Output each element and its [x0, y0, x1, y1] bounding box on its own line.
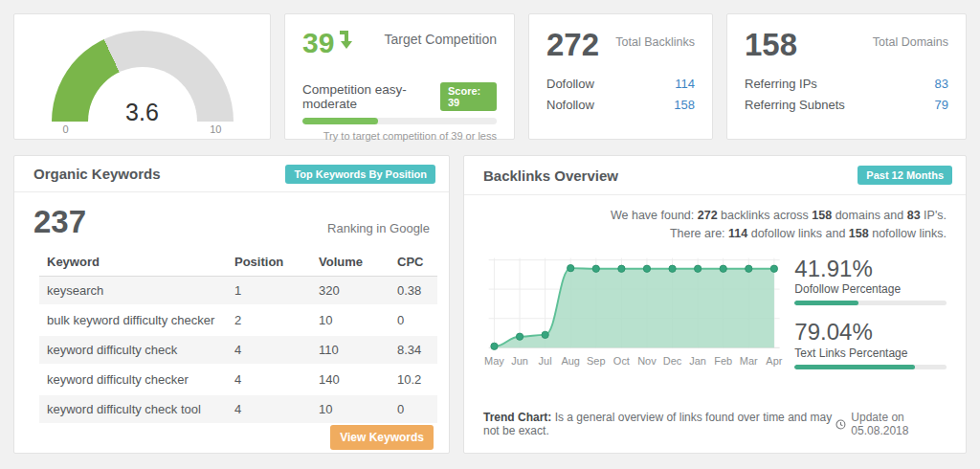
percent-value: 41.91% — [794, 256, 947, 282]
referring-subnets-row: Referring Subnets 79 — [745, 95, 948, 115]
data-point[interactable] — [695, 265, 702, 272]
referring-ips-row: Referring IPs 83 — [745, 74, 948, 94]
data-point[interactable] — [618, 265, 625, 272]
total-backlinks-card: 272 Total Backlinks Dofollow 114 Nofollo… — [528, 13, 713, 140]
x-axis-label: Mar — [740, 354, 758, 366]
percent-value: 79.04% — [794, 319, 947, 346]
total-domains-header: 158 Total Domains — [745, 28, 948, 62]
keyword-table-row[interactable]: keyword difficulty check41108.34 — [39, 335, 437, 365]
keyword-table-cell: 0 — [390, 305, 437, 335]
gauge-min-label: 0 — [63, 123, 69, 135]
total-backlinks-value: 272 — [546, 28, 599, 62]
keyword-table-row[interactable]: keyword difficulty checker414010.2 — [39, 365, 437, 394]
percent-label: Dofollow Percentage — [794, 282, 947, 296]
backlinks-overview-footer: Trend Chart: Is a general overview of li… — [464, 411, 966, 453]
backlinks-summary: We have found: 272 backlinks across 158 … — [464, 195, 966, 244]
nofollow-row: Nofollow 158 — [546, 95, 695, 115]
difficulty-gauge: 3.6 — [52, 31, 234, 123]
referring-subnets-label: Referring Subnets — [745, 95, 845, 115]
data-point[interactable] — [568, 264, 574, 271]
trend-chart-note: Trend Chart: Is a general overview of li… — [483, 411, 835, 437]
nofollow-label: Nofollow — [546, 95, 594, 115]
nofollow-value-link[interactable]: 158 — [674, 95, 695, 115]
update-date-text: Update on 05.08.2018 — [851, 411, 947, 437]
total-domains-value: 158 — [745, 28, 797, 62]
keyword-table-cell: 10 — [311, 394, 390, 424]
data-point[interactable] — [770, 265, 777, 272]
keyword-table-cell: 10.2 — [390, 365, 437, 394]
col-position: Position — [227, 248, 311, 277]
keyword-table-cell: bulk keyword difficulty checker — [39, 305, 227, 335]
x-axis-label: Jun — [511, 354, 528, 366]
percent-bar-fill — [794, 301, 858, 305]
data-point[interactable] — [592, 265, 599, 272]
referring-subnets-value-link[interactable]: 79 — [935, 95, 948, 115]
keyword-table-row[interactable]: keysearch13200.38 — [39, 277, 437, 306]
backlinks-chart-row: MayJunJulAugSepOctNovDecJanFebMarApr 41.… — [464, 244, 966, 383]
data-point[interactable] — [542, 331, 548, 338]
keyword-table-row[interactable]: bulk keyword difficulty checker2100 — [39, 305, 437, 335]
seo-dashboard: 3.6 0 10 39 Target Competition Com — [0, 0, 980, 469]
top-stats-row: 3.6 0 10 39 Target Competition Com — [13, 13, 967, 140]
keywords-table-head: Keyword Position Volume CPC — [39, 248, 437, 277]
keyword-table-cell: 140 — [311, 365, 390, 394]
data-point[interactable] — [720, 265, 726, 272]
x-axis-label: Jan — [689, 354, 706, 366]
keyword-table-cell: 10 — [311, 305, 390, 335]
clock-icon — [835, 418, 846, 431]
keyword-table-cell: 0.38 — [390, 277, 437, 306]
x-axis-label: Jul — [539, 354, 552, 366]
keyword-count: 237 — [33, 204, 86, 240]
past-12-months-badge[interactable]: Past 12 Months — [858, 166, 952, 185]
x-axis-label: Aug — [561, 354, 580, 366]
update-date: Update on 05.08.2018 — [835, 411, 947, 437]
backlinks-summary-line1: We have found: 272 backlinks across 158 … — [483, 207, 947, 225]
keywords-tbody: keysearch13200.38bulk keyword difficulty… — [39, 277, 437, 425]
data-point[interactable] — [746, 265, 752, 272]
competition-score: 39 — [302, 29, 354, 57]
dofollow-label: Dofollow — [546, 74, 594, 94]
organic-keywords-panel: Organic Keywords Top Keywords By Positio… — [13, 155, 450, 454]
competition-level-row: Competition easy-moderate Score: 39 — [302, 82, 497, 111]
backlinks-overview-header: Backlinks Overview Past 12 Months — [464, 156, 966, 195]
keyword-table-cell: keysearch — [39, 277, 227, 306]
summary-segment: 83 — [907, 209, 921, 222]
summary-segment: domains and — [832, 209, 907, 222]
summary-segment: backlinks across — [718, 209, 813, 222]
x-axis-label: Dec — [663, 354, 682, 366]
competition-progress-fill — [302, 118, 378, 124]
data-point[interactable] — [669, 265, 676, 272]
percent-bar-track — [794, 301, 947, 305]
summary-segment: nofollow links. — [869, 227, 947, 240]
col-keyword: Keyword — [39, 248, 227, 277]
backlinks-trend-chart[interactable]: MayJunJulAugSepOctNovDecJanFebMarApr — [483, 250, 785, 376]
competition-hint: Try to target competition of 39 or less — [302, 130, 497, 142]
organic-keywords-footer: View Keywords — [14, 425, 449, 463]
percent-label: Text Links Percentage — [794, 346, 947, 360]
gauge-scale: 0 10 — [52, 123, 234, 135]
keyword-table-cell: 0 — [390, 394, 437, 424]
summary-segment: dofollow links and — [747, 227, 849, 240]
competition-progress-track — [302, 118, 497, 124]
target-competition-title: Target Competition — [384, 32, 497, 47]
data-point[interactable] — [516, 333, 523, 340]
top-keywords-badge[interactable]: Top Keywords By Position — [285, 165, 435, 184]
keyword-table-cell: 2 — [227, 305, 311, 335]
summary-segment: 114 — [728, 227, 747, 240]
organic-keywords-title: Organic Keywords — [33, 166, 161, 182]
percent-stats: 41.91%Dofollow Percentage79.04%Text Link… — [794, 250, 947, 383]
summary-segment: 158 — [812, 209, 832, 222]
organic-keywords-header: Organic Keywords Top Keywords By Positio… — [14, 156, 449, 192]
target-competition-card: 39 Target Competition Competition easy-m… — [284, 13, 515, 140]
view-keywords-button[interactable]: View Keywords — [330, 425, 434, 450]
summary-segment: 272 — [698, 209, 718, 222]
data-point[interactable] — [643, 265, 650, 272]
keyword-table-row[interactable]: keyword difficulty check tool4100 — [39, 394, 437, 424]
referring-ips-value-link[interactable]: 83 — [935, 74, 948, 94]
data-point[interactable] — [491, 343, 498, 349]
keyword-table-cell: 110 — [311, 335, 390, 365]
total-backlinks-title: Total Backlinks — [615, 35, 695, 49]
keyword-table-cell: keyword difficulty check tool — [39, 394, 227, 424]
trend-chart-note-bold: Trend Chart: — [483, 411, 551, 424]
dofollow-value-link[interactable]: 114 — [675, 74, 695, 94]
